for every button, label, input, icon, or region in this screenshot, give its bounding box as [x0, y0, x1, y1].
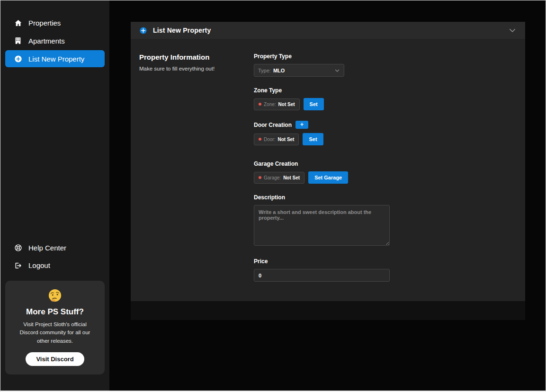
- set-door-button[interactable]: Set: [303, 133, 323, 145]
- logout-icon: [14, 261, 22, 270]
- door-creation-label: Door Creation: [254, 122, 292, 128]
- status-prefix: Door:: [264, 137, 275, 142]
- set-garage-button[interactable]: Set Garage: [308, 171, 348, 184]
- add-door-button[interactable]: +: [295, 121, 308, 129]
- status-dot-icon: [259, 103, 261, 106]
- chevron-down-icon[interactable]: [508, 26, 517, 35]
- description-textarea[interactable]: [254, 205, 390, 246]
- status-value: Not Set: [277, 137, 294, 142]
- info-column: Property Information Make sure to fill e…: [139, 53, 254, 301]
- sidebar-bottom: Help Center Logout: [0, 239, 109, 374]
- plus-circle-icon: [14, 54, 22, 63]
- description-label: Description: [254, 194, 517, 201]
- property-type-select[interactable]: Type: MLO: [254, 64, 344, 77]
- zone-type-field: Zone Type Zone: Not Set Set: [254, 87, 517, 110]
- door-status-box: Door: Not Set: [254, 134, 299, 145]
- promo-title: More PS Stuff?: [12, 307, 98, 317]
- sidebar-item-properties[interactable]: Properties: [5, 14, 105, 31]
- zone-status-box: Zone: Not Set: [254, 98, 300, 110]
- panel-header: List New Property: [131, 22, 525, 39]
- status-prefix: Zone:: [264, 102, 276, 107]
- select-prefix: Type:: [258, 68, 271, 73]
- promo-body: Visit Project Sloth's official Discord c…: [12, 321, 98, 346]
- property-type-label: Property Type: [254, 53, 517, 60]
- section-subtitle: Make sure to fill everything out!: [139, 66, 254, 71]
- status-prefix: Garage:: [264, 175, 281, 180]
- promo-card: More PS Stuff? Visit Project Sloth's off…: [5, 281, 105, 374]
- panel-body: Property Information Make sure to fill e…: [131, 39, 525, 301]
- apartments-icon: [14, 36, 22, 45]
- sidebar-item-label: Apartments: [28, 37, 65, 45]
- sidebar-item-label: List New Property: [28, 55, 84, 63]
- zone-type-label: Zone Type: [254, 87, 517, 94]
- home-icon: [14, 18, 22, 27]
- panel-title: List New Property: [153, 27, 211, 34]
- sidebar-item-label: Properties: [28, 19, 61, 27]
- sidebar: Properties Apartments: [0, 0, 109, 391]
- sidebar-item-logout[interactable]: Logout: [5, 257, 105, 274]
- sidebar-item-help-center[interactable]: Help Center: [5, 240, 105, 257]
- status-dot-icon: [259, 138, 261, 141]
- app-window: Properties Apartments: [0, 0, 546, 392]
- sidebar-item-list-new-property[interactable]: List New Property: [5, 50, 105, 67]
- description-field: Description: [254, 194, 517, 248]
- status-value: Not Set: [278, 102, 295, 107]
- status-dot-icon: [259, 176, 261, 179]
- sidebar-item-apartments[interactable]: Apartments: [5, 32, 105, 49]
- form-column: Property Type Type: MLO Zone Type: [254, 53, 517, 301]
- sidebar-item-label: Help Center: [28, 244, 66, 252]
- list-new-property-panel: List New Property Property Information M…: [131, 22, 525, 320]
- price-input[interactable]: [254, 269, 390, 282]
- select-value: MLO: [273, 68, 285, 73]
- set-zone-button[interactable]: Set: [304, 98, 324, 110]
- garage-status-box: Garage: Not Set: [254, 172, 304, 184]
- status-value: Not Set: [283, 175, 300, 180]
- price-label: Price: [254, 258, 517, 265]
- help-icon: [14, 244, 22, 252]
- chevron-down-icon: [334, 68, 340, 73]
- plus-circle-icon: [139, 27, 147, 35]
- visit-discord-button[interactable]: Visit Discord: [26, 352, 84, 366]
- main-content: List New Property Property Information M…: [109, 0, 546, 391]
- door-creation-field: Door Creation + Door: Not Set Set: [254, 121, 517, 145]
- thinking-face-emoji: [12, 288, 98, 303]
- garage-creation-field: Garage Creation Garage: Not Set Set Gara…: [254, 160, 517, 184]
- section-title: Property Information: [139, 53, 254, 61]
- property-type-field: Property Type Type: MLO: [254, 53, 517, 77]
- price-field: Price: [254, 258, 517, 282]
- panel-footer: [131, 301, 525, 320]
- sidebar-item-label: Logout: [28, 261, 50, 269]
- garage-creation-label: Garage Creation: [254, 160, 517, 167]
